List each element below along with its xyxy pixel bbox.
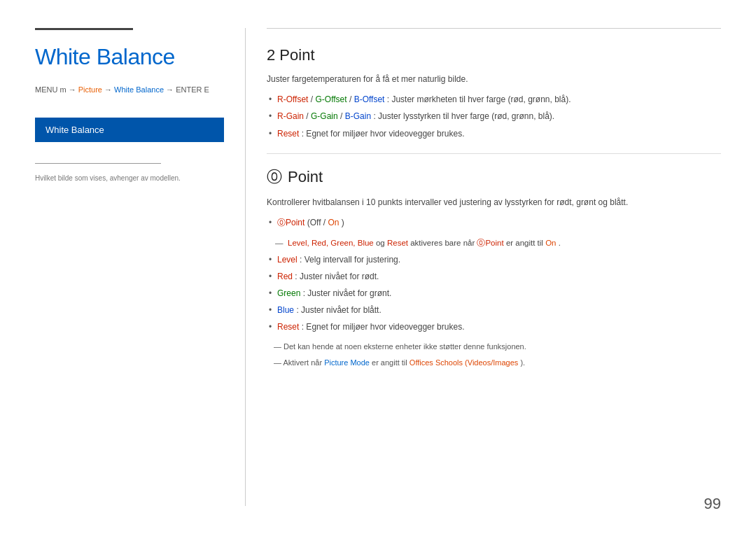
reset2-desc: : Egnet for miljøer hvor videovegger bru…: [302, 322, 465, 332]
b-offset-label: B-Offset: [354, 94, 385, 104]
left-panel: White Balance MENU m → Picture → White B…: [35, 28, 245, 506]
bullet-reset2: Reset : Egnet for miljøer hvor videovegg…: [277, 321, 721, 334]
bullet-10point: ⓪Point (Off / On ): [277, 216, 721, 230]
section2-title: Point: [288, 168, 323, 186]
reset1-label: Reset: [277, 129, 299, 139]
g-offset-label: G-Offset: [315, 94, 346, 104]
top-line-left: [35, 28, 133, 30]
section2-intro: Kontrollerer hvitbalansen i 10 punkts in…: [267, 196, 721, 209]
b-gain-label: B-Gain: [345, 111, 371, 121]
section2-title-row: ⓪ Point: [267, 167, 721, 188]
notes-section: Det kan hende at noen eksterne enheter i…: [267, 341, 721, 369]
sub-bullets: Level, Red, Green, Blue og Reset aktiver…: [267, 237, 721, 249]
menu-white-balance: White Balance: [114, 85, 164, 94]
period1: .: [559, 239, 561, 247]
bullet-level: Level : Velg intervall for justering.: [277, 253, 721, 267]
menu-picture: Picture: [78, 85, 102, 94]
section1-bullets: R-Offset / G-Offset / B-Offset : Juster …: [267, 93, 721, 141]
section1-intro: Juster fargetemperaturen for å få et mer…: [267, 73, 721, 86]
blue-desc: : Juster nivået for blått.: [296, 305, 381, 315]
sep4: /: [340, 111, 345, 121]
10point-label: ⓪Point: [277, 218, 304, 227]
page-title: White Balance: [35, 44, 224, 70]
sidebar-footnote: Hvilket bilde som vises, avhenger av mod…: [35, 174, 224, 182]
r-gain-label: R-Gain: [277, 111, 304, 121]
g-gain-label: G-Gain: [311, 111, 338, 121]
bullet-reset1: Reset : Egnet for miljøer hvor videovegg…: [277, 127, 721, 141]
10point-on: On: [328, 218, 340, 227]
aktiveres-text: aktiveres bare når: [410, 239, 477, 247]
sep2: /: [349, 94, 354, 104]
section2-main-bullets: ⓪Point (Off / On ): [267, 216, 721, 230]
menu-path: MENU m → Picture → White Balance → ENTER…: [35, 84, 224, 97]
red-desc: : Juster nivået for rødt.: [295, 272, 379, 281]
extra-bullets: Level : Velg intervall for justering. Re…: [267, 253, 721, 335]
bullet-r-gain: R-Gain / G-Gain / B-Gain : Juster lyssty…: [277, 110, 721, 123]
r-offset-label: R-Offset: [277, 94, 308, 104]
10point-sep: (Off /: [307, 218, 328, 227]
note1: Det kan hende at noen eksterne enheter i…: [267, 341, 721, 353]
offset-desc: : Juster mørkheten til hver farge (rød, …: [387, 94, 571, 104]
10point-ref: ⓪Point: [477, 239, 503, 247]
note2-end: ).: [520, 358, 525, 367]
picture-mode-ref: Picture Mode: [324, 358, 370, 367]
bullet-r-offset-gain: R-Offset / G-Offset / B-Offset : Juster …: [277, 93, 721, 106]
green-desc: : Juster nivået for grønt.: [303, 288, 392, 298]
right-panel: 2 Point Juster fargetemperaturen for å f…: [245, 28, 721, 506]
bullet-green: Green : Juster nivået for grønt.: [277, 287, 721, 300]
gain-desc: : Juster lysstyrken til hver farge (rød,…: [373, 111, 554, 121]
note2: Aktivert når Picture Mode er angitt til …: [267, 357, 721, 370]
menu-arrow2: → ENTER E: [164, 85, 209, 94]
reset2-label: Reset: [277, 322, 299, 332]
blue-label: Blue: [277, 305, 294, 315]
green-label: Green: [277, 288, 300, 298]
menu-arrow1: →: [102, 85, 114, 94]
section2-num-icon: ⓪: [267, 167, 282, 188]
reset1-desc: : Egnet for miljøer hvor videovegger bru…: [302, 129, 465, 139]
reset-label-sub: Reset: [387, 239, 408, 247]
10point-close: ): [342, 218, 344, 227]
top-line-right: [267, 28, 721, 29]
note2-mid: er angitt til: [372, 358, 410, 367]
note2-prefix: Aktivert når: [283, 358, 324, 367]
sidebar-divider: [35, 163, 161, 164]
bullet-red: Red : Juster nivået for rødt.: [277, 270, 721, 283]
section1-title: 2 Point: [267, 46, 721, 64]
on-ref: On: [545, 239, 556, 247]
menu-prefix: MENU m →: [35, 85, 78, 94]
level-labels: Level, Red, Green, Blue: [288, 239, 374, 247]
page-number: 99: [704, 495, 721, 513]
page-container: White Balance MENU m → Picture → White B…: [0, 0, 756, 534]
level-label: Level: [277, 255, 298, 265]
level-desc: : Velg intervall for justering.: [300, 255, 400, 265]
sidebar-item-white-balance[interactable]: White Balance: [35, 118, 224, 142]
section-divider: [267, 153, 721, 154]
sub-bullet-level: Level, Red, Green, Blue og Reset aktiver…: [288, 237, 721, 249]
angitt-text: er angitt til: [506, 239, 545, 247]
og-text: og: [376, 239, 387, 247]
red-label: Red: [277, 272, 293, 281]
offices-schools-ref: Offices Schools (Videos/Images: [410, 358, 519, 367]
bullet-blue: Blue : Juster nivået for blått.: [277, 304, 721, 317]
